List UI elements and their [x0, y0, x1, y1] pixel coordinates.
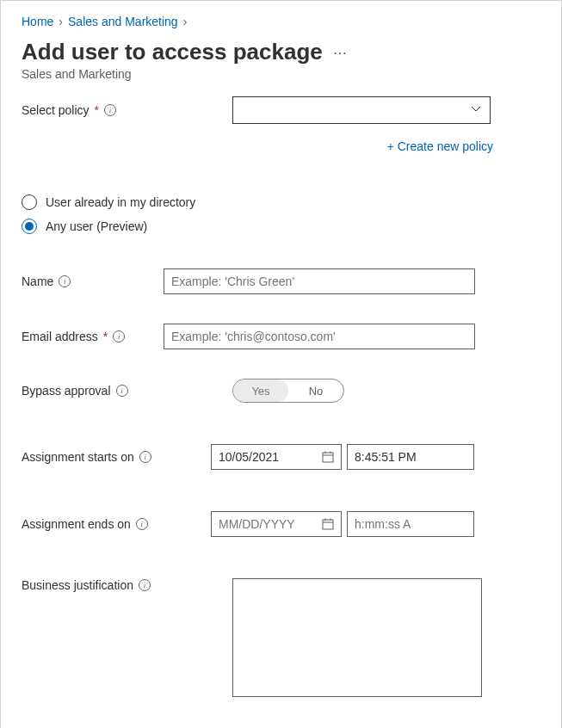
radio-any-user[interactable]: Any user (Preview) [22, 219, 540, 234]
business-justification-input[interactable] [232, 578, 482, 697]
info-icon[interactable]: i [113, 330, 125, 342]
info-icon[interactable]: i [104, 104, 116, 116]
info-icon[interactable]: i [139, 579, 151, 591]
breadcrumb-home[interactable]: Home [22, 15, 53, 28]
chevron-right-icon: › [183, 15, 188, 28]
name-input[interactable] [164, 268, 475, 294]
name-label: Name [22, 275, 53, 288]
end-time-input[interactable]: h:mm:ss A [347, 511, 474, 537]
business-justification-label: Business justification [22, 578, 133, 592]
toggle-yes[interactable]: Yes [233, 379, 288, 402]
assignment-starts-label: Assignment starts on [22, 450, 134, 464]
radio-icon [22, 194, 37, 210]
end-date-input[interactable]: MM/DD/YYYY [211, 511, 342, 537]
radio-user-in-directory[interactable]: User already in my directory [22, 194, 540, 210]
page-subtitle: Sales and Marketing [22, 67, 540, 81]
radio-icon [22, 219, 37, 234]
select-policy-label: Select policy [22, 103, 90, 117]
start-date-input[interactable]: 10/05/2021 [211, 444, 342, 470]
end-date-placeholder: MM/DD/YYYY [219, 517, 295, 531]
create-new-policy-link[interactable]: + Create new policy [387, 139, 493, 153]
end-time-placeholder: h:mm:ss A [355, 517, 411, 531]
calendar-icon [322, 518, 334, 530]
more-icon[interactable]: ⋯ [333, 45, 348, 61]
start-date-value: 10/05/2021 [219, 450, 279, 464]
info-icon[interactable]: i [136, 518, 148, 530]
svg-rect-4 [323, 520, 333, 529]
select-policy-dropdown[interactable] [232, 96, 491, 124]
email-label: Email address [22, 330, 98, 343]
svg-rect-0 [323, 453, 333, 462]
page-title: Add user to access package [22, 39, 323, 65]
chevron-down-icon [471, 103, 481, 117]
breadcrumb-section[interactable]: Sales and Marketing [68, 15, 178, 28]
email-input[interactable] [164, 324, 475, 349]
user-type-radio-group: User already in my directory Any user (P… [22, 194, 540, 234]
info-icon[interactable]: i [116, 385, 128, 397]
toggle-no[interactable]: No [288, 379, 343, 402]
bypass-approval-toggle[interactable]: Yes No [232, 379, 344, 403]
required-marker: * [95, 103, 99, 117]
radio-label: User already in my directory [46, 195, 195, 209]
chevron-right-icon: › [59, 15, 63, 28]
info-icon[interactable]: i [59, 275, 71, 287]
info-icon[interactable]: i [139, 451, 151, 463]
calendar-icon [322, 451, 334, 463]
assignment-ends-label: Assignment ends on [22, 517, 131, 531]
bypass-approval-label: Bypass approval [22, 384, 111, 398]
required-marker: * [103, 330, 108, 343]
radio-label: Any user (Preview) [46, 219, 147, 233]
start-time-value: 8:45:51 PM [355, 450, 417, 464]
breadcrumb: Home › Sales and Marketing › [22, 15, 540, 28]
start-time-input[interactable]: 8:45:51 PM [347, 444, 474, 470]
